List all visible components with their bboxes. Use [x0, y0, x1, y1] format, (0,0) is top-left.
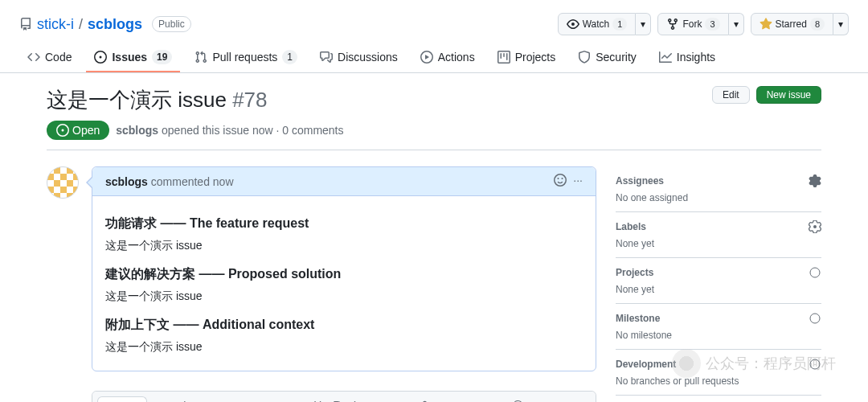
tab-security[interactable]: Security	[570, 43, 645, 72]
quote-button[interactable]	[366, 399, 379, 402]
repo-owner-link[interactable]: stick-i	[37, 16, 74, 33]
assignees-header[interactable]: Assignees	[616, 174, 821, 187]
gear-icon	[809, 312, 821, 325]
code-icon	[27, 51, 40, 64]
star-button[interactable]: Starred 8	[751, 13, 833, 35]
fork-button[interactable]: Fork 3	[657, 13, 728, 35]
tab-actions[interactable]: Actions	[412, 43, 483, 72]
section-text: 这是一个演示 issue	[105, 239, 583, 253]
comment-editor: Write Preview H B I <>	[92, 391, 596, 402]
comment: scblogs commented now ··· 功能请求 —— The fe…	[92, 166, 596, 371]
section-heading: 附加上下文 —— Additional context	[105, 317, 583, 334]
tab-code[interactable]: Code	[19, 43, 80, 72]
expand-button[interactable]: ⤢	[579, 399, 589, 402]
svg-point-3	[810, 359, 820, 369]
issue-meta: scblogs opened this issue now · 0 commen…	[116, 124, 343, 137]
svg-point-0	[813, 225, 817, 228]
svg-point-2	[810, 314, 820, 323]
repo-tabs: Code Issues19 Pull requests1 Discussions…	[0, 43, 868, 73]
italic-button[interactable]: I	[353, 399, 356, 402]
section-text: 这是一个演示 issue	[105, 340, 583, 355]
edit-button[interactable]: Edit	[712, 86, 750, 104]
avatar[interactable]	[47, 166, 79, 199]
heading-button[interactable]: H	[313, 399, 321, 402]
star-caret[interactable]: ▾	[833, 13, 849, 35]
shield-icon	[578, 51, 591, 64]
gear-icon	[809, 358, 821, 371]
pull-icon	[194, 51, 207, 64]
watch-caret[interactable]: ▾	[636, 13, 651, 35]
tab-projects[interactable]: Projects	[489, 43, 564, 72]
tab-issues[interactable]: Issues19	[86, 43, 180, 72]
code-button[interactable]: <>	[391, 399, 403, 402]
gear-icon	[809, 266, 821, 279]
repo-name-link[interactable]: scblogs	[88, 16, 142, 33]
projects-icon	[497, 51, 510, 64]
reference-button[interactable]	[534, 399, 547, 402]
new-issue-button[interactable]: New issue	[756, 86, 821, 104]
gear-icon	[809, 220, 821, 233]
milestone-header[interactable]: Milestone	[616, 312, 821, 325]
projects-header[interactable]: Projects	[616, 266, 821, 279]
tab-discussions[interactable]: Discussions	[312, 43, 406, 72]
tab-pulls[interactable]: Pull requests1	[186, 43, 305, 72]
svg-point-1	[810, 268, 820, 277]
section-heading: 功能请求 —— The feature request	[105, 215, 583, 232]
bold-button[interactable]: B	[333, 399, 341, 402]
issue-title: 这是一个演示 issue #78	[47, 86, 268, 114]
watch-button[interactable]: Watch 1	[558, 13, 637, 35]
fork-icon	[666, 18, 679, 31]
issue-open-icon	[56, 124, 69, 137]
repo-icon	[19, 18, 32, 31]
repo-breadcrumb: stick-i / scblogs Public	[19, 16, 191, 33]
tab-insights[interactable]: Insights	[651, 43, 723, 72]
gear-icon	[809, 174, 821, 187]
eye-icon	[567, 18, 579, 31]
issue-icon	[94, 51, 107, 64]
star-icon	[760, 18, 772, 31]
react-button[interactable]	[554, 174, 567, 189]
state-badge: Open	[47, 121, 109, 140]
labels-header[interactable]: Labels	[616, 220, 821, 233]
md-toolbar: H B I <> @ ↩	[313, 399, 589, 402]
tasklist-button[interactable]	[488, 399, 501, 402]
ul-button[interactable]	[464, 399, 477, 402]
graph-icon	[659, 51, 672, 64]
reply-button[interactable]: ↩	[559, 399, 568, 402]
section-text: 这是一个演示 issue	[105, 289, 583, 304]
actions-icon	[420, 51, 433, 64]
discussion-icon	[320, 51, 333, 64]
tab-write[interactable]: Write	[97, 396, 147, 402]
link-button[interactable]	[416, 399, 428, 402]
fork-caret[interactable]: ▾	[729, 13, 744, 35]
kebab-button[interactable]: ···	[573, 174, 583, 189]
ol-button[interactable]	[440, 399, 452, 402]
tab-preview[interactable]: Preview	[147, 392, 213, 402]
mention-button[interactable]: @	[512, 399, 523, 402]
section-heading: 建议的解决方案 —— Proposed solution	[105, 266, 583, 283]
smiley-icon	[554, 174, 567, 187]
development-header[interactable]: Development	[616, 358, 821, 371]
visibility-badge: Public	[152, 16, 191, 32]
